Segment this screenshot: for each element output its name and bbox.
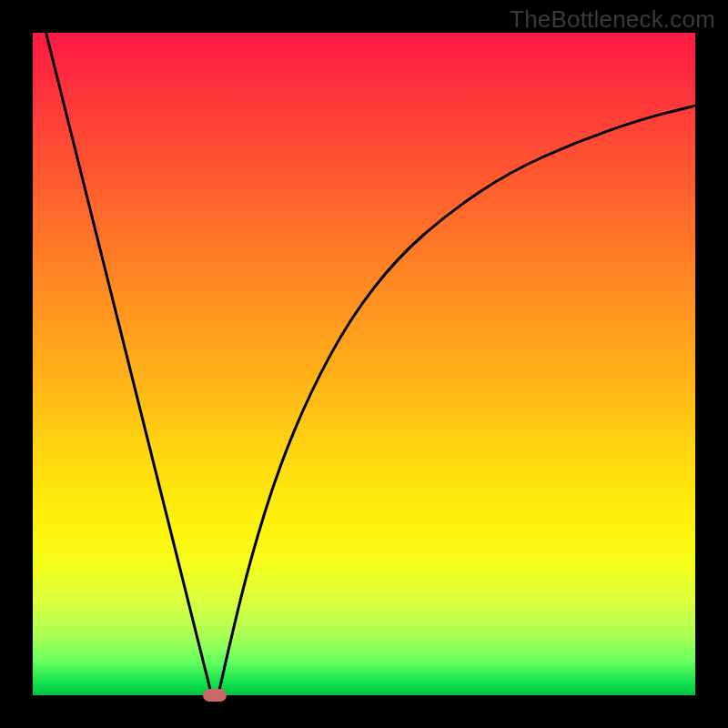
watermark-text: TheBottleneck.com xyxy=(510,5,715,34)
curve-left-branch xyxy=(46,33,212,695)
curve-right-branch xyxy=(218,106,695,695)
plot-area xyxy=(33,33,695,695)
optimal-point-marker xyxy=(203,689,227,702)
chart-frame: TheBottleneck.com xyxy=(0,0,728,728)
bottleneck-curve xyxy=(33,33,695,695)
